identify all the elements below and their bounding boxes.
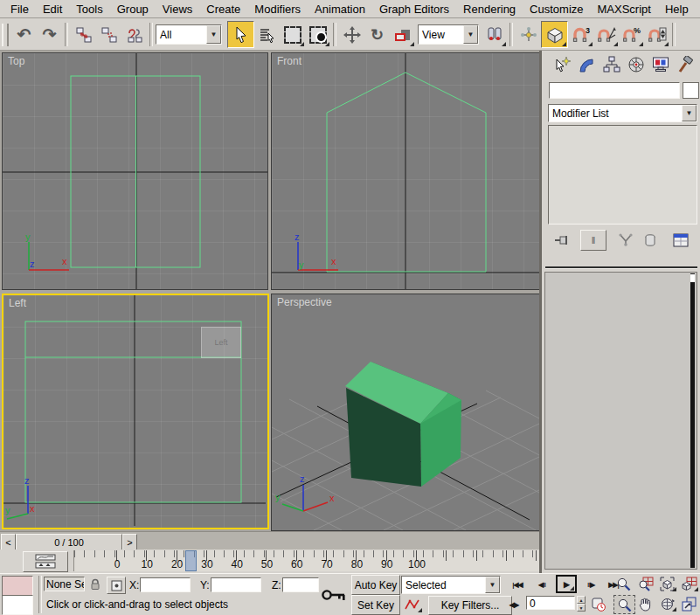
modifier-stack-list[interactable] bbox=[548, 125, 697, 225]
redo-button[interactable]: ↷ bbox=[37, 22, 62, 47]
current-frame-field[interactable]: 0 bbox=[526, 596, 575, 610]
tab-create[interactable] bbox=[551, 53, 575, 76]
viewport-perspective[interactable]: Perspective z bbox=[271, 294, 540, 531]
tab-hierarchy[interactable] bbox=[600, 53, 624, 76]
auto-key-button[interactable]: Auto Key bbox=[351, 575, 400, 595]
menu-maxscript[interactable]: MAXScript bbox=[591, 1, 658, 17]
spinner-snap-toggle-button[interactable] bbox=[644, 22, 669, 47]
zoom-extents-button[interactable] bbox=[657, 575, 677, 592]
play-button[interactable]: ▶ bbox=[556, 575, 577, 593]
x-coordinate-field[interactable] bbox=[140, 577, 191, 592]
zoom-extents-all-button[interactable] bbox=[679, 575, 699, 592]
menu-file[interactable]: File bbox=[3, 1, 36, 17]
viewport-top[interactable]: Top y z x bbox=[2, 52, 268, 290]
maxscript-mini-listener-pink[interactable] bbox=[2, 576, 33, 596]
time-configuration-button[interactable] bbox=[590, 596, 607, 613]
unlink-selection-button[interactable] bbox=[96, 22, 121, 47]
angle-snap-toggle-button[interactable] bbox=[593, 22, 619, 47]
rectangular-selection-region-button[interactable] bbox=[280, 22, 305, 47]
select-and-scale-button[interactable] bbox=[390, 22, 415, 47]
go-to-start-button[interactable]: |◀◀ bbox=[507, 576, 528, 593]
undo-button[interactable]: ↶ bbox=[11, 22, 37, 47]
previous-frame-button[interactable]: ◀‖ bbox=[531, 576, 552, 593]
min-max-toggle-button[interactable] bbox=[679, 595, 699, 612]
menu-graph-editors[interactable]: Graph Editors bbox=[372, 1, 456, 17]
show-end-result-button[interactable]: ‖ bbox=[580, 230, 606, 251]
window-crossing-toggle-button[interactable] bbox=[305, 22, 330, 47]
menu-help[interactable]: Help bbox=[658, 1, 696, 17]
tab-motion[interactable] bbox=[624, 53, 648, 76]
rollout-scrollbar-thumb[interactable] bbox=[690, 274, 695, 282]
key-mode-toggle-button[interactable]: ◀▶ bbox=[505, 596, 523, 613]
tab-utilities[interactable] bbox=[673, 53, 697, 76]
time-slider-track[interactable]: < 0 / 100 > bbox=[0, 531, 540, 549]
menu-modifiers[interactable]: Modifiers bbox=[247, 1, 308, 17]
spinner-up-icon[interactable]: ▲ bbox=[577, 596, 586, 604]
remove-modifier-button[interactable] bbox=[640, 231, 661, 250]
menu-customize[interactable]: Customize bbox=[523, 1, 590, 17]
select-and-link-button[interactable] bbox=[71, 22, 96, 47]
track-bar[interactable]: 0102030405060708090100 bbox=[0, 549, 540, 573]
object-name-field[interactable] bbox=[549, 82, 680, 99]
menu-edit[interactable]: Edit bbox=[36, 1, 69, 17]
modifier-list-dropdown[interactable]: Modifier List ▼ bbox=[548, 104, 697, 122]
absolute-offset-toggle[interactable] bbox=[107, 577, 126, 594]
region-zoom-button[interactable] bbox=[613, 595, 635, 614]
menu-views[interactable]: Views bbox=[156, 1, 199, 17]
menu-group[interactable]: Group bbox=[110, 1, 156, 17]
tab-display[interactable] bbox=[648, 53, 673, 76]
pin-stack-button[interactable] bbox=[551, 231, 573, 250]
reference-coordinate-dropdown[interactable]: View ▼ bbox=[418, 24, 479, 45]
zoom-extents-icon bbox=[660, 577, 675, 591]
z-coordinate-field[interactable] bbox=[282, 577, 319, 592]
next-frame-button[interactable]: ‖▶ bbox=[580, 576, 601, 593]
make-unique-button[interactable] bbox=[615, 231, 636, 250]
toolbar-grip[interactable] bbox=[2, 24, 9, 46]
menu-rendering[interactable]: Rendering bbox=[456, 1, 523, 17]
set-keys-button[interactable] bbox=[320, 581, 348, 609]
set-key-button[interactable]: Set Key bbox=[351, 595, 400, 615]
time-slider-next-button[interactable]: > bbox=[122, 534, 137, 550]
main-toolbar: ↶ ↷ All ▼ ↻ bbox=[0, 19, 700, 51]
object-color-swatch[interactable] bbox=[683, 82, 699, 99]
frame-spinner[interactable]: ▲ ▼ bbox=[577, 596, 586, 612]
zoom-all-button[interactable] bbox=[635, 575, 655, 592]
svg-text:z: z bbox=[295, 231, 300, 242]
arc-rotate-button[interactable] bbox=[657, 595, 677, 612]
selection-lock-toggle[interactable] bbox=[88, 577, 102, 591]
tab-modify[interactable] bbox=[575, 53, 600, 76]
viewport-front[interactable]: Front z y x bbox=[271, 52, 540, 290]
viewport-perspective-label: Perspective bbox=[277, 296, 332, 308]
3d-snap-toggle-button[interactable]: 3 bbox=[568, 22, 593, 47]
viewport-left[interactable]: Left z y x Left bbox=[2, 294, 269, 529]
zoom-button[interactable] bbox=[613, 575, 634, 592]
selection-filter-dropdown[interactable]: All ▼ bbox=[156, 24, 222, 45]
maxscript-mini-listener-white[interactable] bbox=[2, 595, 33, 615]
rollout-scrollbar[interactable] bbox=[690, 273, 695, 568]
select-and-move-button[interactable] bbox=[339, 22, 364, 47]
key-mode-dropdown[interactable]: Selected ▼ bbox=[401, 576, 501, 594]
key-filters-button[interactable]: Key Filters... bbox=[428, 596, 512, 615]
menu-create[interactable]: Create bbox=[199, 1, 247, 17]
select-and-manipulate-button[interactable] bbox=[516, 22, 541, 47]
percent-snap-toggle-button[interactable]: % bbox=[619, 22, 644, 47]
snaps-toggle-button[interactable] bbox=[541, 21, 568, 48]
use-pivot-point-center-button[interactable] bbox=[482, 22, 507, 47]
y-coordinate-field[interactable] bbox=[211, 577, 261, 592]
menu-tools[interactable]: Tools bbox=[69, 1, 109, 17]
time-slider-handle[interactable]: 0 / 100 bbox=[16, 534, 122, 550]
new-key-tangent-button[interactable] bbox=[402, 596, 423, 613]
time-slider-prev-button[interactable]: < bbox=[1, 534, 16, 550]
spinner-down-icon[interactable]: ▼ bbox=[577, 604, 586, 612]
menu-animation[interactable]: Animation bbox=[308, 1, 372, 17]
select-by-name-button[interactable] bbox=[254, 22, 280, 47]
trackbar-frame-marker[interactable] bbox=[185, 550, 197, 571]
select-object-button[interactable] bbox=[227, 21, 254, 48]
bind-to-space-warp-button[interactable] bbox=[121, 22, 147, 47]
pan-button[interactable] bbox=[635, 595, 655, 612]
trackbar-ruler[interactable]: 0102030405060708090100 bbox=[73, 550, 539, 571]
select-and-rotate-button[interactable]: ↻ bbox=[364, 22, 390, 47]
mini-curve-editor-button[interactable] bbox=[23, 551, 68, 572]
configure-modifier-sets-button[interactable] bbox=[669, 231, 692, 250]
front-view-wireframe: z y x bbox=[272, 53, 539, 289]
